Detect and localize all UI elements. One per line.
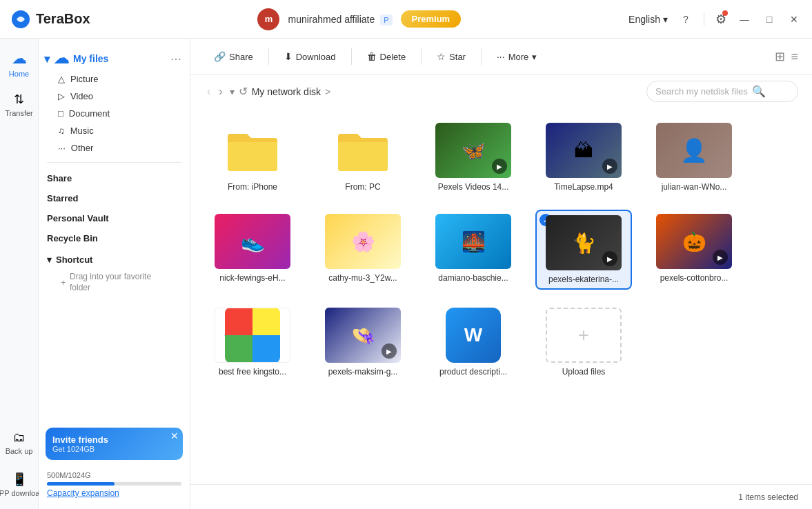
- toolbar-right: ⊞ ≡: [775, 49, 798, 64]
- file-name: From: PC: [345, 182, 380, 192]
- transfer-icon: ⇅: [14, 92, 24, 107]
- sidebar-item-video[interactable]: ▷ Video: [44, 88, 190, 105]
- download-button[interactable]: ⬇ Download: [275, 47, 346, 66]
- sidebar-item-other[interactable]: ··· Other: [44, 139, 190, 157]
- settings-dot: [722, 10, 728, 16]
- file-name: Pexels Videos 14...: [438, 182, 509, 192]
- shortcut-chevron-icon: ▾: [47, 254, 52, 265]
- invite-subtitle: Get 1024GB: [52, 445, 176, 453]
- breadcrumb-bar: ‹ › ▾ ↺ My network disk > Search my netd…: [190, 75, 812, 108]
- invite-banner[interactable]: Invite friends Get 1024GB ✕: [46, 428, 183, 460]
- file-name: pexels-ekaterina-...: [548, 275, 619, 284]
- file-item-damiano[interactable]: 🌉 damiano-baschie...: [425, 210, 522, 290]
- capacity-expansion-link[interactable]: Capacity expansion: [47, 488, 181, 498]
- music-icon: ♫: [58, 126, 65, 136]
- nav-home[interactable]: ☁ Home: [2, 44, 37, 83]
- file-item-julian-wan[interactable]: 👤 julian-wan-WNo...: [646, 119, 742, 196]
- close-button[interactable]: ✕: [787, 12, 801, 26]
- user-avatar: m: [257, 8, 279, 30]
- picture-icon: △: [58, 74, 65, 84]
- storage-text: 500M/1024G: [47, 471, 181, 479]
- folder-icon-svg: [335, 128, 390, 173]
- file-item-pexels-videos[interactable]: 🦋 ▶ Pexels Videos 14...: [425, 119, 522, 196]
- image-thumbnail: 🌉: [435, 214, 511, 269]
- refresh-icon[interactable]: ↺: [237, 83, 249, 99]
- minimize-button[interactable]: —: [737, 12, 751, 26]
- list-view-icon[interactable]: ≡: [791, 50, 798, 64]
- file-item-product-desc[interactable]: W product descripti...: [425, 303, 522, 381]
- file-item-from-iphone[interactable]: From: iPhone: [204, 119, 301, 196]
- sidebar-item-personal-vault[interactable]: Personal Vault: [39, 208, 190, 228]
- other-icon: ···: [58, 143, 66, 153]
- filter-icon[interactable]: ⊞: [775, 49, 785, 64]
- language-selector[interactable]: English ▾: [628, 14, 668, 25]
- sidebar: ▾ ☁ My files ⋯ △ Picture ▷ Video □ Docum…: [39, 39, 190, 509]
- sidebar-item-music[interactable]: ♫ Music: [44, 122, 190, 139]
- file-item-upload[interactable]: + Upload files: [535, 303, 632, 381]
- file-item-from-pc[interactable]: From: PC: [315, 119, 411, 196]
- nav-app-download[interactable]: 📱 APP download: [2, 466, 37, 503]
- search-box[interactable]: Search my netdisk files 🔍: [646, 81, 798, 102]
- more-icon: ···: [497, 51, 505, 62]
- file-name: From: iPhone: [228, 182, 277, 192]
- play-overlay-icon: ▶: [602, 159, 617, 174]
- breadcrumb-back[interactable]: ‹: [204, 84, 213, 99]
- file-item-nick-fewings[interactable]: 👟 nick-fewings-eH...: [204, 210, 301, 290]
- download-icon: ⬇: [284, 51, 293, 62]
- share-icon: 🔗: [214, 51, 226, 62]
- help-button[interactable]: ?: [679, 12, 693, 26]
- home-icon: ☁: [12, 50, 27, 68]
- sidebar-item-recycle-bin[interactable]: Recycle Bin: [39, 228, 190, 248]
- share-button[interactable]: 🔗 Share: [204, 47, 263, 66]
- file-item-kingston[interactable]: best free kingsto...: [204, 303, 301, 381]
- main-layout: ☁ Home ⇅ Transfer 🗂 Back up 📱 APP downlo…: [0, 39, 812, 509]
- star-button[interactable]: ☆ Star: [427, 47, 475, 66]
- breadcrumb-dropdown-icon[interactable]: ▾: [230, 86, 235, 97]
- delete-button[interactable]: 🗑 Delete: [357, 47, 416, 66]
- my-files-cloud-icon: ☁: [54, 50, 69, 68]
- content-area: 🔗 Share ⬇ Download 🗑 Delete ☆ Star: [190, 39, 812, 509]
- video-thumbnail: 🏔 ▶: [546, 123, 622, 178]
- play-overlay-icon: ▶: [602, 251, 617, 266]
- video-icon: ▷: [58, 91, 65, 101]
- storage-section: 500M/1024G Capacity expansion: [39, 466, 190, 501]
- invite-close-button[interactable]: ✕: [170, 430, 179, 441]
- file-item-timelapse[interactable]: 🏔 ▶ TimeLapse.mp4: [535, 119, 632, 196]
- file-item-pexels-ekaterina[interactable]: ✓ 🐈 ▶ pexels-ekaterina-...: [535, 210, 632, 290]
- backup-icon: 🗂: [13, 430, 26, 445]
- toolbar-divider-2: [351, 48, 352, 65]
- titlebar-right: English ▾ ? ⚙ — □ ✕: [628, 12, 801, 27]
- shortcut-add-hint: + Drag into your favorite folder: [47, 268, 181, 297]
- video-thumbnail: 🐈 ▶: [546, 215, 622, 270]
- breadcrumb-forward[interactable]: ›: [216, 84, 225, 99]
- search-icon[interactable]: 🔍: [752, 85, 766, 98]
- sidebar-item-picture[interactable]: △ Picture: [44, 70, 190, 88]
- storage-bar-fill: [47, 482, 115, 486]
- my-files-toggle[interactable]: ▾ ☁ My files: [44, 50, 108, 68]
- image-thumbnail: 👤: [656, 123, 732, 178]
- affiliate-badge: P: [380, 14, 392, 26]
- file-item-pexels-cottonbro[interactable]: 🎃 ▶ pexels-cottonbro...: [646, 210, 742, 290]
- settings-button[interactable]: ⚙: [715, 12, 726, 27]
- shortcut-header[interactable]: ▾ Shortcut: [47, 251, 181, 268]
- sidebar-item-share[interactable]: Share: [39, 168, 190, 188]
- file-item-cathy-mu[interactable]: 🌸 cathy-mu-3_Y2w...: [315, 210, 411, 290]
- my-files-more-icon[interactable]: ⋯: [170, 52, 181, 66]
- nav-backup[interactable]: 🗂 Back up: [2, 425, 37, 461]
- more-button[interactable]: ··· More ▾: [487, 47, 546, 66]
- file-name: pexels-cottonbro...: [660, 273, 729, 283]
- user-name: munirahmed affiliate P: [288, 14, 392, 25]
- play-overlay-icon: ▶: [492, 159, 507, 174]
- breadcrumb-nav: ‹ › ▾ ↺ My network disk >: [204, 83, 330, 99]
- file-item-pexels-maksim[interactable]: 👒 ▶ pexels-maksim-g...: [315, 303, 411, 381]
- upload-placeholder: +: [546, 308, 622, 363]
- maximize-button[interactable]: □: [762, 12, 776, 26]
- sidebar-item-document[interactable]: □ Document: [44, 105, 190, 122]
- shortcut-plus-icon: +: [61, 278, 66, 288]
- titlebar-center: m munirahmed affiliate P Premium: [257, 8, 461, 30]
- sidebar-item-starred[interactable]: Starred: [39, 188, 190, 208]
- nav-transfer[interactable]: ⇅ Transfer: [2, 86, 37, 123]
- premium-button[interactable]: Premium: [401, 10, 462, 28]
- image-thumbnail: [215, 308, 290, 363]
- toolbar: 🔗 Share ⬇ Download 🗑 Delete ☆ Star: [190, 39, 812, 75]
